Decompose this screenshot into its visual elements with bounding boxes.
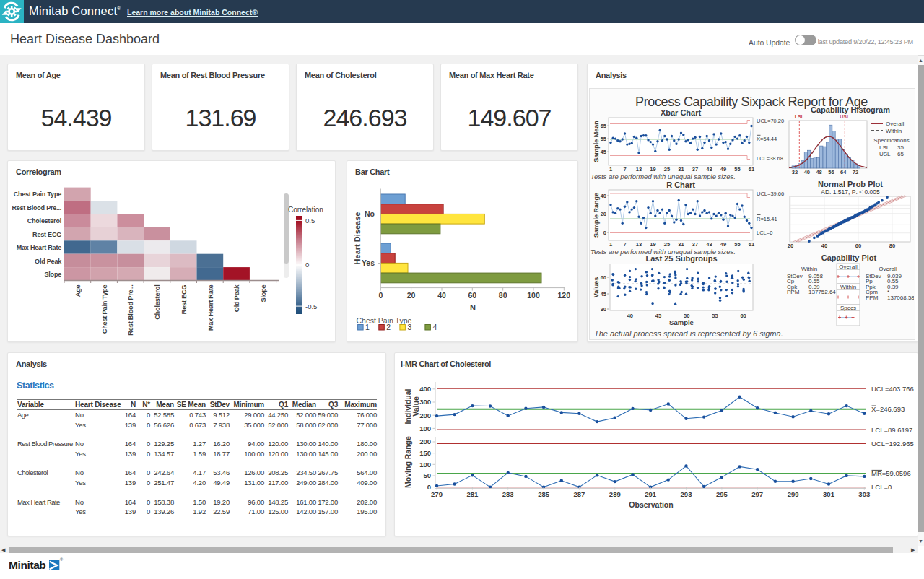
svg-text:0: 0 [378,291,383,300]
svg-text:137068.58: 137068.58 [887,295,914,301]
svg-text:Old Peak: Old Peak [233,284,240,312]
svg-text:40: 40 [601,193,606,199]
svg-text:Slope: Slope [44,271,61,278]
svg-text:285: 285 [538,490,550,498]
svg-text:MR=59.0596: MR=59.0596 [871,469,911,477]
svg-text:Slope: Slope [260,284,267,302]
svg-text:65: 65 [897,151,904,157]
svg-text:4: 4 [432,323,437,331]
svg-text:Rest ECG: Rest ECG [180,284,188,314]
svg-text:UCL=70.20: UCL=70.20 [757,118,784,124]
svg-text:USL: USL [879,151,891,157]
svg-text:Chest Pain Type: Chest Pain Type [357,316,412,325]
svg-text:60: 60 [601,274,606,281]
svg-text:Yes: Yes [362,258,375,267]
svg-text:289: 289 [609,490,621,498]
svg-text:100: 100 [419,425,431,432]
svg-text:Capability Histogram: Capability Histogram [811,105,890,114]
svg-text:Rest ECG: Rest ECG [32,231,61,238]
svg-text:X=54.44: X=54.44 [757,136,777,142]
svg-text:40: 40 [821,243,827,249]
svg-text:Cholesterol: Cholesterol [27,217,61,225]
svg-text:Observation: Observation [629,500,673,509]
svg-text:297: 297 [751,490,763,498]
svg-text:301: 301 [823,490,835,498]
svg-text:2: 2 [386,323,391,331]
svg-text:Moving Range: Moving Range [404,436,412,488]
svg-text:80: 80 [499,291,507,300]
svg-text:303: 303 [858,490,870,498]
svg-text:Last 25 Subgroups: Last 25 Subgroups [645,254,717,263]
svg-text:Sample Range: Sample Range [593,193,600,238]
svg-text:60: 60 [740,313,746,319]
svg-text:200: 200 [419,412,431,419]
svg-text:Rest Blood Pre...: Rest Blood Pre... [12,204,61,212]
svg-text:Within: Within [886,128,902,134]
svg-text:299: 299 [788,490,799,498]
svg-text:UCL=403.766: UCL=403.766 [871,385,914,393]
svg-text:Tests are performed with unequ: Tests are performed with unequal sample … [590,173,736,180]
svg-text:No: No [365,209,375,218]
svg-text:65: 65 [601,123,606,129]
svg-text:200: 200 [419,437,431,445]
svg-text:281: 281 [466,490,479,498]
svg-text:Correlation: Correlation [288,206,323,214]
svg-text:Sample Mean: Sample Mean [593,121,600,162]
svg-text:0: 0 [603,230,606,236]
svg-text:0.5: 0.5 [305,217,315,225]
svg-text:Chest Pain Type: Chest Pain Type [101,284,108,334]
svg-text:291: 291 [645,490,657,498]
svg-text:LCL=38.68: LCL=38.68 [757,155,783,162]
svg-text:Age: Age [74,284,82,297]
svg-text:Heart Disease: Heart Disease [353,212,362,265]
svg-text:LCL=89.6197: LCL=89.6197 [871,426,912,434]
svg-text:100: 100 [527,291,540,300]
svg-text:32: 32 [792,169,798,175]
svg-text:64: 64 [840,169,847,175]
svg-text:Max Heart Rate: Max Heart Rate [17,244,61,251]
svg-text:LCL=0: LCL=0 [757,230,772,236]
svg-text:PPM: PPM [866,295,879,301]
svg-text:Normal Prob Plot: Normal Prob Plot [818,180,883,188]
svg-text:LSL: LSL [795,114,805,119]
svg-text:Specifications: Specifications [873,137,909,144]
svg-text:Rest Blood Pre...: Rest Blood Pre... [127,285,134,336]
svg-text:R Chart: R Chart [666,180,695,189]
svg-text:Within: Within [801,266,817,272]
svg-text:45: 45 [655,313,661,319]
svg-text:-0.5: -0.5 [305,302,317,310]
svg-text:283: 283 [502,490,514,498]
svg-text:Values: Values [593,277,600,298]
svg-text:Old Peak: Old Peak [35,258,62,265]
svg-text:Cholesterol: Cholesterol [154,285,161,320]
svg-text:150: 150 [419,449,431,457]
svg-text:20: 20 [601,211,606,217]
svg-text:X=246.693: X=246.693 [871,405,905,413]
svg-text:Overall: Overall [839,264,858,270]
svg-text:279: 279 [431,490,443,498]
svg-text:48: 48 [816,169,821,175]
svg-text:35: 35 [897,144,904,151]
svg-text:30: 30 [601,306,606,313]
svg-text:IndividualValue: IndividualValue [404,388,420,424]
svg-text:UCL=192.965: UCL=192.965 [871,440,914,448]
svg-text:72: 72 [853,169,858,175]
svg-text:40: 40 [437,291,446,300]
svg-text:Chest Pain Type: Chest Pain Type [14,191,62,198]
svg-text:N: N [470,303,476,312]
svg-text:Sample: Sample [669,318,694,326]
svg-text:295: 295 [716,490,728,498]
svg-text:20: 20 [788,243,793,249]
svg-text:300: 300 [419,398,431,406]
svg-text:Within: Within [840,284,856,290]
svg-text:120: 120 [558,291,571,300]
svg-text:40: 40 [627,313,633,319]
svg-text:Capability Plot: Capability Plot [821,253,877,262]
svg-text:287: 287 [573,490,585,498]
svg-text:45: 45 [601,291,606,297]
svg-text:293: 293 [681,490,692,498]
svg-text:20: 20 [407,291,416,300]
svg-text:137752.64: 137752.64 [808,289,836,295]
svg-text:61: 61 [749,166,754,173]
svg-text:Overall: Overall [879,266,897,272]
